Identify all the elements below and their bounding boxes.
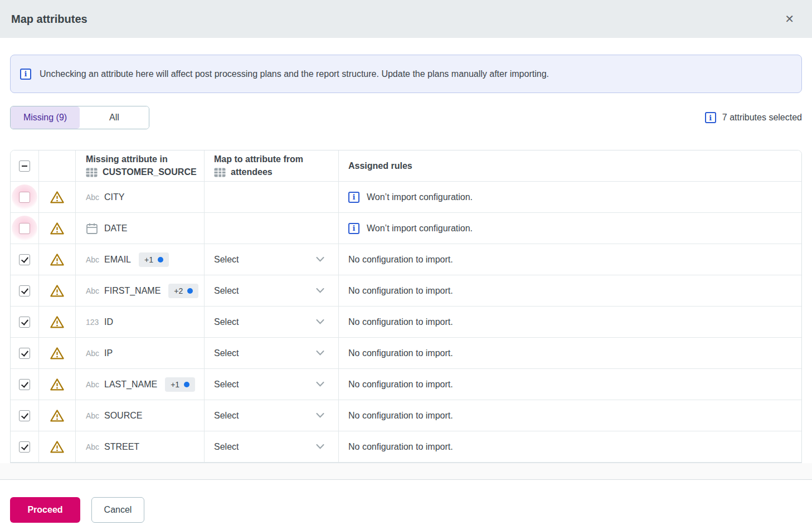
attribute-name: STREET	[104, 442, 139, 452]
warning-icon	[50, 253, 65, 266]
warning-icon	[50, 409, 65, 422]
banner-text: Unchecking an attribute here will affect…	[40, 69, 549, 79]
table-row: 123 ID Select i No configuration to impo…	[11, 307, 801, 338]
attribute-type-label: Abc	[86, 255, 99, 264]
rule-text: Won’t import configuration.	[367, 192, 473, 202]
table-row: DATE i Won’t import configuration.	[11, 213, 801, 244]
map-attribute-select[interactable]: Select	[214, 348, 329, 358]
page-title: Map attributes	[11, 13, 87, 26]
table-row: Abc FIRST_NAME +2 Select i No configurat…	[11, 275, 801, 307]
row-checkbox[interactable]	[19, 410, 30, 421]
table-header-row: Missing attribute in CUSTOMER_SOURCE Map…	[11, 150, 801, 182]
table-footer-band	[0, 463, 812, 479]
attribute-type-label: Abc	[86, 411, 99, 420]
tab-group: Missing (9) All	[10, 106, 149, 129]
table-row: Abc IP Select i No configuration to impo…	[11, 338, 801, 369]
chevron-down-icon	[316, 288, 324, 293]
rule-text: No configuration to import.	[348, 380, 453, 390]
map-attribute-column-header: Map to attribute from attendees	[214, 154, 303, 177]
dialog-titlebar: Map attributes ✕	[0, 0, 812, 38]
rule-text: No configuration to import.	[348, 286, 453, 296]
close-icon[interactable]: ✕	[785, 13, 794, 25]
map-attribute-select[interactable]: Select	[214, 317, 329, 327]
attribute-type-label: Abc	[86, 349, 99, 358]
table-row: Abc STREET Select i No configuration to …	[11, 431, 801, 463]
warning-icon	[50, 284, 65, 298]
attributes-table: Missing attribute in CUSTOMER_SOURCE Map…	[10, 150, 802, 463]
attribute-name: SOURCE	[104, 411, 142, 421]
info-icon: i	[705, 112, 716, 123]
row-checkbox[interactable]	[19, 254, 30, 265]
rule-text: No configuration to import.	[348, 255, 453, 265]
rule-text: No configuration to import.	[348, 411, 453, 421]
footer: Proceed Cancel	[0, 480, 812, 523]
row-checkbox[interactable]	[19, 317, 30, 328]
warning-icon	[50, 378, 65, 391]
map-attribute-select[interactable]: Select	[214, 442, 329, 452]
table-icon	[86, 168, 98, 177]
warning-icon	[50, 315, 65, 329]
chevron-down-icon	[316, 351, 324, 356]
info-banner: i Unchecking an attribute here will affe…	[10, 55, 802, 93]
controls-row: Missing (9) All i 7 attributes selected	[10, 106, 802, 129]
table-icon	[214, 168, 226, 177]
table-row: Abc LAST_NAME +1 Select i No configurati…	[11, 369, 801, 400]
rule-text: No configuration to import.	[348, 317, 453, 327]
row-checkbox[interactable]	[19, 223, 30, 234]
warning-icon	[50, 191, 65, 204]
table-row: Abc EMAIL +1 Select i No configuration t…	[11, 244, 801, 275]
map-attribute-select[interactable]: Select	[214, 255, 329, 265]
info-icon: i	[348, 192, 359, 203]
more-count-badge: +2	[168, 284, 198, 298]
warning-icon	[50, 440, 65, 454]
blue-dot-icon	[158, 257, 163, 262]
tab-missing[interactable]: Missing (9)	[11, 106, 80, 129]
attribute-name: IP	[104, 348, 113, 358]
missing-attribute-column-header: Missing attribute in CUSTOMER_SOURCE	[86, 154, 197, 177]
assigned-rules-column-header: Assigned rules	[348, 161, 412, 171]
attribute-type-label: 123	[86, 318, 99, 327]
map-attribute-select[interactable]: Select	[214, 380, 329, 390]
selection-summary-text: 7 attributes selected	[722, 113, 802, 123]
table-row: Abc CITY i Won’t import configuration.	[11, 182, 801, 213]
rule-text: Won’t import configuration.	[367, 223, 473, 234]
blue-dot-icon	[184, 382, 189, 387]
chevron-down-icon	[316, 413, 324, 418]
attribute-type-label: Abc	[86, 380, 99, 389]
row-checkbox[interactable]	[19, 285, 30, 296]
attribute-name: FIRST_NAME	[104, 286, 161, 296]
tab-all[interactable]: All	[80, 106, 149, 129]
map-attribute-select[interactable]: Select	[214, 286, 329, 296]
row-checkbox[interactable]	[19, 379, 30, 390]
more-count-badge: +1	[139, 252, 169, 267]
attribute-name: DATE	[104, 223, 127, 234]
more-count-badge: +1	[165, 377, 195, 392]
warning-icon	[50, 222, 65, 235]
warning-column-header	[39, 150, 76, 181]
cancel-button[interactable]: Cancel	[91, 497, 144, 523]
chevron-down-icon	[316, 319, 324, 324]
attribute-name: CITY	[104, 192, 124, 202]
row-checkbox[interactable]	[19, 192, 30, 203]
row-checkbox[interactable]	[19, 441, 30, 453]
chevron-down-icon	[316, 382, 324, 387]
attribute-type-label: Abc	[86, 443, 99, 451]
chevron-down-icon	[316, 257, 324, 262]
attribute-type-label: Abc	[86, 286, 99, 295]
info-icon: i	[348, 223, 359, 234]
proceed-button[interactable]: Proceed	[10, 497, 80, 523]
table-row: Abc SOURCE Select i No configuration to …	[11, 400, 801, 431]
rule-text: No configuration to import.	[348, 348, 453, 358]
chevron-down-icon	[316, 444, 324, 449]
calendar-icon	[86, 222, 98, 235]
row-checkbox[interactable]	[19, 348, 30, 359]
warning-icon	[50, 347, 65, 360]
attribute-name: EMAIL	[104, 255, 131, 265]
select-all-checkbox[interactable]	[19, 161, 30, 172]
blue-dot-icon	[187, 288, 193, 294]
attribute-name: LAST_NAME	[104, 380, 157, 390]
selection-summary: i 7 attributes selected	[705, 112, 802, 123]
map-attribute-select[interactable]: Select	[214, 411, 329, 421]
rule-text: No configuration to import.	[348, 442, 453, 452]
info-icon: i	[20, 69, 31, 80]
